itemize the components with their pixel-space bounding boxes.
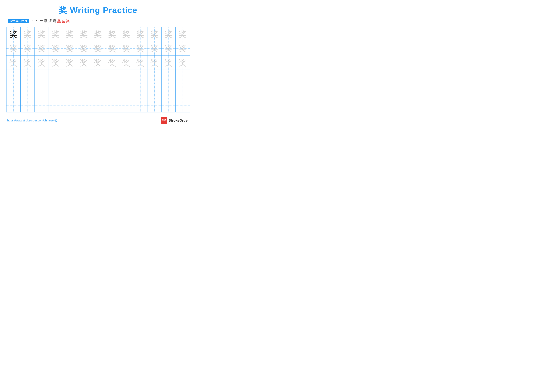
char-light: 奖 — [178, 30, 187, 38]
grid-cell-1-11[interactable]: 奖 — [147, 27, 161, 41]
grid-cell-6-8[interactable] — [105, 98, 119, 112]
grid-cell-3-9[interactable]: 奖 — [119, 56, 133, 70]
grid-cell-5-9[interactable] — [119, 84, 133, 98]
grid-cell-5-4[interactable] — [49, 84, 63, 98]
grid-cell-5-5[interactable] — [63, 84, 77, 98]
char-medium: 奖 — [9, 58, 18, 67]
grid-cell-6-2[interactable] — [21, 98, 35, 112]
grid-cell-6-4[interactable] — [49, 98, 63, 112]
grid-cell-3-12[interactable]: 奖 — [161, 56, 175, 70]
grid-cell-2-8[interactable]: 奖 — [105, 41, 119, 55]
grid-cell-4-8[interactable] — [105, 70, 119, 84]
grid-cell-5-3[interactable] — [35, 84, 49, 98]
grid-cell-2-6[interactable]: 奖 — [77, 41, 91, 55]
grid-cell-1-9[interactable]: 奖 — [119, 27, 133, 41]
char-dark: 奖 — [9, 30, 18, 38]
grid-cell-2-7[interactable]: 奖 — [91, 41, 105, 55]
char-light: 奖 — [108, 30, 116, 38]
grid-cell-2-9[interactable]: 奖 — [119, 41, 133, 55]
grid-cell-4-5[interactable] — [63, 70, 77, 84]
grid-cell-5-8[interactable] — [105, 84, 119, 98]
char-light: 奖 — [164, 30, 173, 38]
stroke-step-8: 奖 — [62, 19, 65, 23]
brand-label: StrokeOrder — [169, 118, 189, 122]
grid-cell-3-11[interactable]: 奖 — [147, 56, 161, 70]
char-medium: 奖 — [37, 58, 46, 67]
grid-cell-6-1[interactable] — [7, 98, 21, 112]
grid-cell-4-12[interactable] — [161, 70, 175, 84]
grid-cell-4-6[interactable] — [77, 70, 91, 84]
grid-cell-5-1[interactable] — [7, 84, 21, 98]
grid-cell-5-10[interactable] — [133, 84, 147, 98]
grid-cell-2-3[interactable]: 奖 — [35, 41, 49, 55]
grid-cell-1-5[interactable]: 奖 — [63, 27, 77, 41]
grid-cell-1-3[interactable]: 奖 — [35, 27, 49, 41]
grid-cell-3-1[interactable]: 奖 — [7, 56, 21, 70]
grid-cell-3-6[interactable]: 奖 — [77, 56, 91, 70]
char-light: 奖 — [122, 44, 130, 52]
char-medium: 奖 — [150, 58, 159, 67]
grid-cell-3-8[interactable]: 奖 — [105, 56, 119, 70]
grid-cell-6-12[interactable] — [161, 98, 175, 112]
grid-cell-6-5[interactable] — [63, 98, 77, 112]
grid-cell-4-7[interactable] — [91, 70, 105, 84]
grid-cell-1-12[interactable]: 奖 — [161, 27, 175, 41]
grid-cell-6-10[interactable] — [133, 98, 147, 112]
grid-cell-5-6[interactable] — [77, 84, 91, 98]
grid-cell-2-11[interactable]: 奖 — [147, 41, 161, 55]
grid-cell-4-11[interactable] — [147, 70, 161, 84]
grid-cell-3-4[interactable]: 奖 — [49, 56, 63, 70]
grid-cell-1-10[interactable]: 奖 — [133, 27, 147, 41]
grid-cell-4-1[interactable] — [7, 70, 21, 84]
grid-cell-5-11[interactable] — [147, 84, 161, 98]
char-light: 奖 — [94, 44, 102, 52]
grid-cell-4-4[interactable] — [49, 70, 63, 84]
grid-cell-3-5[interactable]: 奖 — [63, 56, 77, 70]
grid-cell-6-11[interactable] — [147, 98, 161, 112]
grid-cell-6-7[interactable] — [91, 98, 105, 112]
grid-cell-6-9[interactable] — [119, 98, 133, 112]
grid-cell-2-5[interactable]: 奖 — [63, 41, 77, 55]
char-light: 奖 — [51, 30, 60, 38]
grid-cell-1-6[interactable]: 奖 — [77, 27, 91, 41]
grid-cell-3-2[interactable]: 奖 — [21, 56, 35, 70]
grid-cell-1-4[interactable]: 奖 — [49, 27, 63, 41]
grid-cell-2-12[interactable]: 奖 — [161, 41, 175, 55]
char-medium: 奖 — [164, 58, 173, 67]
grid-cell-5-13[interactable] — [175, 84, 190, 98]
grid-cell-1-8[interactable]: 奖 — [105, 27, 119, 41]
grid-cell-3-3[interactable]: 奖 — [35, 56, 49, 70]
grid-cell-2-1[interactable]: 奖 — [7, 41, 21, 55]
grid-cell-6-6[interactable] — [77, 98, 91, 112]
grid-cell-1-7[interactable]: 奖 — [91, 27, 105, 41]
grid-cell-5-2[interactable] — [21, 84, 35, 98]
grid-cell-5-7[interactable] — [91, 84, 105, 98]
writing-grid: 奖 奖 奖 奖 奖 奖 奖 奖 奖 奖 奖 奖 奖 奖 奖 奖 奖 奖 奖 奖 … — [6, 27, 190, 112]
grid-cell-6-13[interactable] — [175, 98, 190, 112]
grid-cell-4-9[interactable] — [119, 70, 133, 84]
footer: https://www.strokeorder.com/chinese/奖 字 … — [6, 117, 190, 124]
char-medium: 奖 — [108, 58, 116, 67]
grid-cell-3-13[interactable]: 奖 — [175, 56, 190, 70]
char-light: 奖 — [51, 44, 60, 52]
grid-cell-6-3[interactable] — [35, 98, 49, 112]
grid-cell-1-2[interactable]: 奖 — [21, 27, 35, 41]
grid-cell-3-10[interactable]: 奖 — [133, 56, 147, 70]
stroke-step-7: 奖 — [57, 19, 61, 23]
footer-url[interactable]: https://www.strokeorder.com/chinese/奖 — [7, 119, 57, 122]
grid-cell-4-10[interactable] — [133, 70, 147, 84]
grid-cell-2-2[interactable]: 奖 — [21, 41, 35, 55]
grid-cell-4-2[interactable] — [21, 70, 35, 84]
grid-cell-1-1[interactable]: 奖 — [7, 27, 21, 41]
grid-cell-2-13[interactable]: 奖 — [175, 41, 190, 55]
grid-cell-2-10[interactable]: 奖 — [133, 41, 147, 55]
grid-cell-1-13[interactable]: 奖 — [175, 27, 190, 41]
char-light: 奖 — [66, 30, 74, 38]
grid-cell-5-12[interactable] — [161, 84, 175, 98]
grid-cell-3-7[interactable]: 奖 — [91, 56, 105, 70]
grid-cell-2-4[interactable]: 奖 — [49, 41, 63, 55]
stroke-order-badge: Stroke Order — [8, 19, 29, 23]
grid-cell-4-13[interactable] — [175, 70, 190, 84]
grid-cell-4-3[interactable] — [35, 70, 49, 84]
char-light: 奖 — [150, 30, 159, 38]
